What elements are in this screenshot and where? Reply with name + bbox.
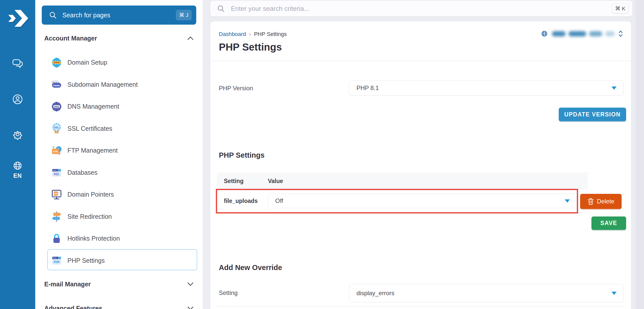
- sidebar-item-databases[interactable]: SQL Databases: [35, 162, 203, 184]
- section-divider: [217, 306, 624, 306]
- section-advanced-features[interactable]: Advanced Features: [44, 303, 194, 309]
- support-chat-icon[interactable]: [11, 57, 24, 70]
- ssl-certificates-icon: SSL: [51, 123, 62, 134]
- sidebar-item-dns-management[interactable]: DNS DNS Management: [35, 96, 203, 118]
- svg-text:WWW: WWW: [54, 61, 60, 64]
- app-rail: EN: [0, 0, 35, 309]
- ftp-management-icon: FTP: [51, 145, 62, 156]
- domain-pointers-icon: www: [51, 189, 62, 200]
- sidebar-item-ssl-certificates[interactable]: SSL SSL Certificates: [35, 118, 203, 140]
- add-override-heading: Add New Override: [219, 263, 282, 272]
- dropdown-caret-icon: [612, 86, 617, 90]
- globe-icon: [540, 30, 548, 38]
- delete-button-label: Delete: [597, 198, 614, 205]
- breadcrumb: Dashboard › PHP Settings: [219, 31, 287, 38]
- sidebar-item-domain-setup[interactable]: WWW Domain Setup: [35, 52, 203, 74]
- chevron-up-icon: [187, 36, 194, 40]
- php-version-value: PHP 8.1: [356, 84, 612, 92]
- language-globe-icon[interactable]: [12, 160, 23, 171]
- sidebar-item-ftp-management[interactable]: FTP FTP Management: [35, 140, 203, 162]
- shortcut-badge-cmd-k: ⌘ K: [612, 4, 628, 14]
- php-settings-icon: PHP: [51, 255, 62, 266]
- dropdown-caret-icon: [565, 199, 570, 203]
- trash-icon: [587, 198, 594, 205]
- section-account-manager[interactable]: Account Manager: [44, 33, 194, 43]
- chevron-down-icon: [187, 282, 194, 286]
- update-version-button[interactable]: UPDATE VERSION: [559, 108, 626, 121]
- svg-text:DNS: DNS: [54, 105, 59, 108]
- global-search-bar: ⌘ K: [210, 1, 632, 16]
- column-value: Value: [268, 178, 283, 185]
- sidebar: Search for pages ⌘ J Account Manager WWW…: [35, 0, 203, 309]
- file-uploads-value-select[interactable]: Off: [268, 194, 576, 208]
- hotlinks-protection-icon: [51, 233, 62, 244]
- table-row-file-uploads: file_uploads Off: [217, 190, 588, 213]
- search-icon: [217, 5, 225, 13]
- php-version-label: PHP Version: [219, 85, 253, 92]
- svg-text:FTP: FTP: [53, 150, 58, 153]
- title-divider: [210, 61, 631, 61]
- page-title: PHP Settings: [219, 41, 282, 53]
- svg-text:SSL: SSL: [54, 126, 59, 129]
- svg-text:#www.: #www.: [53, 84, 60, 87]
- settings-gear-icon[interactable]: [11, 128, 24, 141]
- redacted-account-name: [552, 31, 615, 36]
- breadcrumb-dashboard-link[interactable]: Dashboard: [219, 31, 246, 37]
- settings-table-header: Setting Value: [217, 172, 588, 190]
- dns-management-icon: DNS: [51, 101, 62, 112]
- svg-text:www: www: [53, 192, 58, 195]
- file-uploads-value: Off: [275, 197, 565, 204]
- vertical-scrollbar[interactable]: [635, 0, 644, 309]
- breadcrumb-current: PHP Settings: [254, 31, 287, 37]
- databases-icon: SQL: [51, 167, 62, 178]
- sidebar-item-subdomain-management[interactable]: #www. Subdomain Management: [35, 74, 203, 96]
- php-version-select[interactable]: PHP 8.1: [349, 80, 623, 96]
- override-setting-value: display_errors: [356, 290, 612, 297]
- select-updown-icon: [618, 30, 623, 37]
- sidebar-item-site-redirection[interactable]: Site Redirection: [35, 206, 203, 228]
- domain-account-selector[interactable]: [540, 30, 623, 38]
- sidebar-item-hotlinks-protection[interactable]: Hotlinks Protection: [35, 228, 203, 250]
- sidebar-search-placeholder: Search for pages: [62, 12, 176, 19]
- content-card: Dashboard › PHP Settings PHP Settings: [210, 21, 631, 309]
- domain-setup-icon: WWW: [51, 57, 62, 68]
- subdomain-management-icon: #www.: [51, 79, 62, 90]
- language-code[interactable]: EN: [0, 172, 35, 179]
- php-settings-heading: PHP Settings: [219, 151, 265, 159]
- svg-text:PHP: PHP: [54, 260, 59, 263]
- section-email-manager[interactable]: E-mail Manager: [44, 279, 194, 289]
- override-setting-select[interactable]: display_errors: [349, 284, 623, 302]
- chevron-down-icon: [187, 306, 194, 309]
- sidebar-item-php-settings[interactable]: PHP PHP Settings: [35, 250, 203, 272]
- user-account-icon[interactable]: [11, 93, 24, 106]
- dropdown-caret-icon: [612, 292, 617, 295]
- site-redirection-icon: [51, 211, 62, 222]
- global-search-input[interactable]: [231, 5, 612, 13]
- account-manager-items: WWW Domain Setup #www. Subdomain Managem…: [35, 52, 203, 272]
- setting-name: file_uploads: [224, 198, 268, 204]
- search-icon: [49, 11, 57, 19]
- sidebar-search-button[interactable]: Search for pages ⌘ J: [42, 6, 196, 25]
- breadcrumb-separator: ›: [249, 31, 251, 38]
- shortcut-badge-cmd-j: ⌘ J: [176, 10, 192, 20]
- save-button[interactable]: SAVE: [591, 216, 626, 230]
- override-setting-label: Setting: [219, 289, 238, 296]
- directadmin-logo[interactable]: [7, 9, 29, 28]
- svg-text:SQL: SQL: [54, 173, 60, 176]
- sidebar-item-domain-pointers[interactable]: www Domain Pointers: [35, 184, 203, 206]
- delete-button[interactable]: Delete: [580, 194, 622, 209]
- column-setting: Setting: [224, 178, 268, 185]
